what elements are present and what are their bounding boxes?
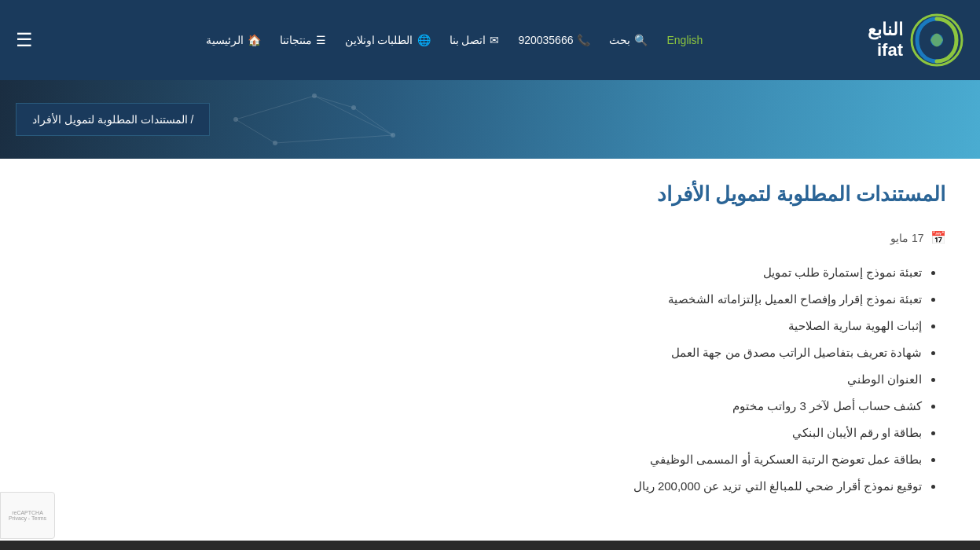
site-footer: ضريبة القيمة المضافةالامانالعناية بالعمل…: [0, 541, 980, 550]
calendar-icon: 📅: [930, 230, 946, 245]
svg-line-10: [275, 135, 393, 143]
hamburger-menu[interactable]: ☰: [16, 29, 33, 51]
search-icon: 🔍: [634, 34, 648, 46]
nav-item-phone[interactable]: 📞 920035666: [518, 34, 590, 46]
nav-item-search[interactable]: 🔍 بحث: [609, 34, 648, 46]
logo-text: النابع ifat: [868, 20, 903, 61]
header-left: النابع ifat: [868, 13, 964, 68]
hero-banner: / المستندات المطلوبة لتمويل الأفراد: [0, 80, 980, 159]
email-icon: ✉: [490, 34, 499, 46]
svg-line-12: [354, 108, 393, 135]
list-item: إثبات الهوية سارية الصلاحية: [35, 314, 923, 338]
nav-item-contact[interactable]: ✉ اتصل بنا: [450, 34, 500, 46]
phone-icon: 📞: [577, 34, 590, 46]
date-label: 17 مايو: [890, 232, 923, 244]
list-item: كشف حساب أصل لآخر 3 رواتب مختوم: [35, 394, 923, 418]
nav-item-home[interactable]: 🏠 الرئيسية: [206, 34, 261, 46]
svg-line-8: [314, 96, 393, 135]
date-row: 📅 17 مايو: [35, 230, 946, 245]
main-header: النابع ifat 🏠 الرئيسية ☰ منتجاتنا 🌐 الطل…: [0, 0, 980, 80]
svg-line-7: [236, 96, 314, 119]
list-item: توقيع نموذج أقرار ضحي للمبالغ التي تزيد …: [35, 475, 923, 498]
home-icon: 🏠: [248, 34, 261, 46]
requirements-list: تعبئة نموذج إستمارة طلب تمويلتعبئة نموذج…: [35, 261, 946, 498]
products-icon: ☰: [316, 34, 326, 46]
list-item: شهادة تعريف بتفاصيل الراتب مصدق من جهة ا…: [35, 341, 923, 365]
list-item: العنوان الوطني: [35, 368, 923, 391]
logo-icon: [909, 13, 964, 68]
page-title: المستندات المطلوبة لتمويل الأفراد: [35, 182, 946, 207]
recaptcha-badge: reCAPTCHAPrivacy - Terms: [0, 492, 55, 539]
main-nav: 🏠 الرئيسية ☰ منتجاتنا 🌐 الطلبات اونلاين …: [206, 34, 703, 46]
list-item: تعبئة نموذج إقرار وإفصاح العميل بإلتزاما…: [35, 288, 923, 311]
svg-line-9: [236, 119, 275, 143]
nav-item-products[interactable]: ☰ منتجاتنا: [280, 34, 326, 46]
breadcrumb: / المستندات المطلوبة لتمويل الأفراد: [16, 103, 210, 136]
logo[interactable]: النابع ifat: [868, 13, 964, 68]
language-toggle[interactable]: English: [666, 34, 703, 46]
nav-item-online-requests[interactable]: 🌐 الطلبات اونلاين: [345, 34, 431, 46]
list-item: بطاقة او رقم الأيبان البنكي: [35, 421, 923, 445]
globe-icon: 🌐: [417, 34, 431, 46]
list-item: بطاقة عمل تعوضح الرتبة العسكرية أو المسم…: [35, 448, 923, 471]
list-item: تعبئة نموذج إستمارة طلب تمويل: [35, 261, 923, 284]
main-content: المستندات المطلوبة لتمويل الأفراد 📅 17 م…: [19, 159, 962, 541]
